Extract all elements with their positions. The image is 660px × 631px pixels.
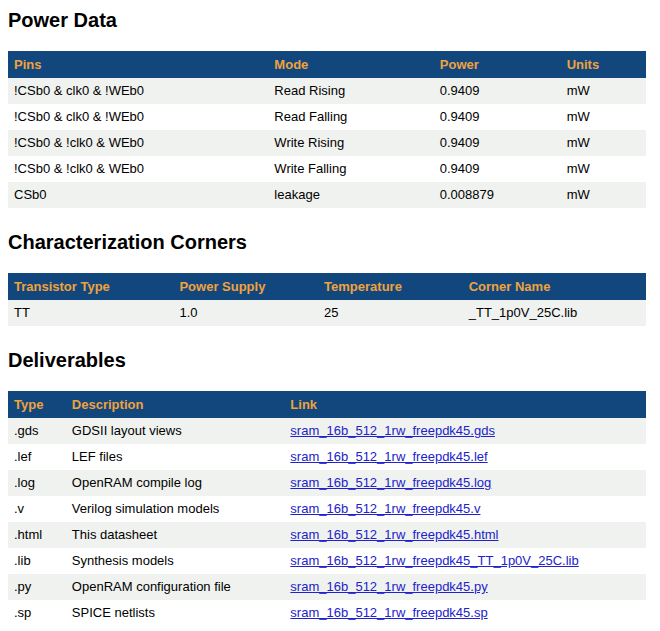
table-row: CSb0leakage0.008879mW (8, 182, 646, 208)
table-row: .gdsGDSII layout viewssram_16b_512_1rw_f… (8, 418, 646, 444)
table-row: !CSb0 & clk0 & !WEb0Read Falling0.9409mW (8, 104, 646, 130)
cell-type: .lib (8, 548, 66, 574)
cell-pins: !CSb0 & !clk0 & WEb0 (8, 156, 268, 182)
column-header-link: Link (284, 391, 646, 418)
cell-type: .log (8, 470, 66, 496)
table-row: !CSb0 & clk0 & !WEb0Read Rising0.9409mW (8, 78, 646, 104)
cell-description: SPICE netlists (66, 600, 285, 626)
cell-link: sram_16b_512_1rw_freepdk45.gds (284, 418, 646, 444)
cell-description: OpenRAM compile log (66, 470, 285, 496)
table-row: .libSynthesis modelssram_16b_512_1rw_fre… (8, 548, 646, 574)
cell-link: sram_16b_512_1rw_freepdk45.lef (284, 444, 646, 470)
deliverables-section: Deliverables TypeDescriptionLink.gdsGDSI… (8, 348, 646, 626)
deliverables-heading: Deliverables (8, 348, 646, 372)
power-data-table: PinsModePowerUnits!CSb0 & clk0 & !WEb0Re… (8, 51, 646, 208)
deliverable-link[interactable]: sram_16b_512_1rw_freepdk45.v (290, 501, 480, 516)
table-row: !CSb0 & !clk0 & WEb0Write Falling0.9409m… (8, 156, 646, 182)
cell-power: 0.9409 (434, 104, 561, 130)
table-row: .vVerilog simulation modelssram_16b_512_… (8, 496, 646, 522)
column-header-units: Units (561, 51, 646, 78)
table-header-row: Transistor TypePower SupplyTemperatureCo… (8, 273, 646, 300)
cell-mode: Read Rising (268, 78, 433, 104)
cell-description: OpenRAM configuration file (66, 574, 285, 600)
characterization-corners-section: Characterization Corners Transistor Type… (8, 230, 646, 326)
cell-description: Verilog simulation models (66, 496, 285, 522)
column-header-temperature: Temperature (318, 273, 463, 300)
column-header-power-supply: Power Supply (173, 273, 318, 300)
deliverable-link[interactable]: sram_16b_512_1rw_freepdk45.gds (290, 423, 495, 438)
power-data-section: Power Data PinsModePowerUnits!CSb0 & clk… (8, 8, 646, 208)
cell-power: 0.9409 (434, 156, 561, 182)
cell-pins: CSb0 (8, 182, 268, 208)
cell-units: mW (561, 156, 646, 182)
column-header-description: Description (66, 391, 285, 418)
cell-mode: Write Falling (268, 156, 433, 182)
cell-units: mW (561, 182, 646, 208)
cell-link: sram_16b_512_1rw_freepdk45.sp (284, 600, 646, 626)
cell-power: 0.008879 (434, 182, 561, 208)
cell-power-supply: 1.0 (173, 300, 318, 326)
cell-description: Synthesis models (66, 548, 285, 574)
characterization-corners-heading: Characterization Corners (8, 230, 646, 254)
column-header-type: Type (8, 391, 66, 418)
table-row: .pyOpenRAM configuration filesram_16b_51… (8, 574, 646, 600)
cell-link: sram_16b_512_1rw_freepdk45.html (284, 522, 646, 548)
cell-power: 0.9409 (434, 78, 561, 104)
table-row: .logOpenRAM compile logsram_16b_512_1rw_… (8, 470, 646, 496)
table-row: .spSPICE netlistssram_16b_512_1rw_freepd… (8, 600, 646, 626)
deliverable-link[interactable]: sram_16b_512_1rw_freepdk45_TT_1p0V_25C.l… (290, 553, 578, 568)
cell-corner-name: _TT_1p0V_25C.lib (463, 300, 646, 326)
cell-link: sram_16b_512_1rw_freepdk45.v (284, 496, 646, 522)
cell-type: .py (8, 574, 66, 600)
cell-type: .html (8, 522, 66, 548)
deliverables-table: TypeDescriptionLink.gdsGDSII layout view… (8, 391, 646, 626)
table-row: TT1.025_TT_1p0V_25C.lib (8, 300, 646, 326)
column-header-transistor-type: Transistor Type (8, 273, 173, 300)
deliverable-link[interactable]: sram_16b_512_1rw_freepdk45.log (290, 475, 491, 490)
cell-transistor-type: TT (8, 300, 173, 326)
cell-power: 0.9409 (434, 130, 561, 156)
column-header-pins: Pins (8, 51, 268, 78)
deliverable-link[interactable]: sram_16b_512_1rw_freepdk45.html (290, 527, 498, 542)
table-row: .lefLEF filessram_16b_512_1rw_freepdk45.… (8, 444, 646, 470)
cell-mode: leakage (268, 182, 433, 208)
cell-description: LEF files (66, 444, 285, 470)
cell-pins: !CSb0 & clk0 & !WEb0 (8, 104, 268, 130)
cell-link: sram_16b_512_1rw_freepdk45_TT_1p0V_25C.l… (284, 548, 646, 574)
cell-type: .lef (8, 444, 66, 470)
table-header-row: PinsModePowerUnits (8, 51, 646, 78)
column-header-corner-name: Corner Name (463, 273, 646, 300)
cell-mode: Write Rising (268, 130, 433, 156)
power-data-heading: Power Data (8, 8, 646, 32)
cell-pins: !CSb0 & clk0 & !WEb0 (8, 78, 268, 104)
cell-units: mW (561, 104, 646, 130)
cell-temperature: 25 (318, 300, 463, 326)
table-row: .htmlThis datasheetsram_16b_512_1rw_free… (8, 522, 646, 548)
cell-description: This datasheet (66, 522, 285, 548)
deliverable-link[interactable]: sram_16b_512_1rw_freepdk45.py (290, 579, 487, 594)
column-header-power: Power (434, 51, 561, 78)
cell-units: mW (561, 130, 646, 156)
deliverable-link[interactable]: sram_16b_512_1rw_freepdk45.lef (290, 449, 487, 464)
table-row: !CSb0 & !clk0 & WEb0Write Rising0.9409mW (8, 130, 646, 156)
cell-link: sram_16b_512_1rw_freepdk45.log (284, 470, 646, 496)
deliverable-link[interactable]: sram_16b_512_1rw_freepdk45.sp (290, 605, 487, 620)
cell-type: .gds (8, 418, 66, 444)
cell-description: GDSII layout views (66, 418, 285, 444)
cell-link: sram_16b_512_1rw_freepdk45.py (284, 574, 646, 600)
cell-pins: !CSb0 & !clk0 & WEb0 (8, 130, 268, 156)
cell-type: .sp (8, 600, 66, 626)
cell-mode: Read Falling (268, 104, 433, 130)
cell-units: mW (561, 78, 646, 104)
cell-type: .v (8, 496, 66, 522)
characterization-corners-table: Transistor TypePower SupplyTemperatureCo… (8, 273, 646, 326)
column-header-mode: Mode (268, 51, 433, 78)
table-header-row: TypeDescriptionLink (8, 391, 646, 418)
